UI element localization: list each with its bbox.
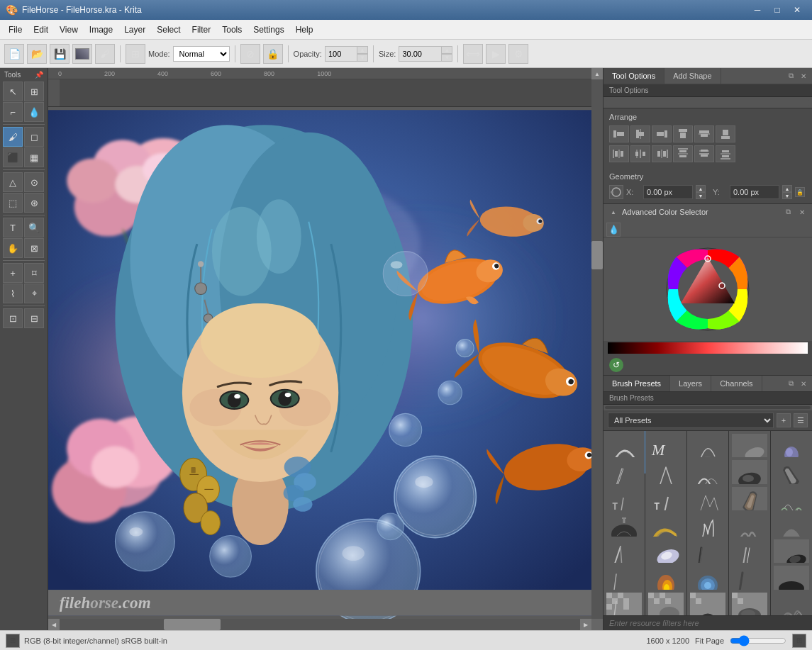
size-spinbox-buttons[interactable]: ▲ ▼ xyxy=(441,46,452,62)
opacity-up[interactable]: ▲ xyxy=(357,46,368,54)
eraser-tool[interactable]: ◻ xyxy=(24,127,44,147)
opacity-control[interactable]: ▲ ▼ xyxy=(325,46,368,62)
brush-scroll-indicator[interactable] xyxy=(604,405,812,410)
distribute-center-v-button[interactable] xyxy=(694,145,714,162)
play-button[interactable]: ▶ xyxy=(486,44,506,64)
canvas-vertical-scrollbar[interactable]: ▲ ▼ xyxy=(591,68,603,630)
lasso-tool[interactable]: ⊛ xyxy=(24,193,44,213)
brush-item-34[interactable] xyxy=(729,590,770,615)
thumbnail-button[interactable] xyxy=(72,44,92,64)
distribute-bottom-button[interactable] xyxy=(716,145,735,162)
pointer-tool[interactable]: ↖ xyxy=(3,82,23,101)
tab-add-shape[interactable]: Add Shape xyxy=(664,68,721,84)
align-center-h-button[interactable] xyxy=(630,125,650,142)
menu-select[interactable]: Select xyxy=(151,22,186,38)
painting-canvas[interactable]: filehorse.com xyxy=(48,107,591,619)
brush-panel-close[interactable]: ✕ xyxy=(798,378,809,389)
statusbar-icon[interactable]: ⊞ xyxy=(6,634,20,648)
eyedropper-tool[interactable]: 💧 xyxy=(24,102,44,122)
align-center-v-button[interactable] xyxy=(694,125,714,142)
brush-item-35[interactable] xyxy=(771,590,812,615)
color-wheel[interactable] xyxy=(662,243,754,335)
new-file-button[interactable]: 📄 xyxy=(4,44,24,64)
size-down[interactable]: ▼ xyxy=(441,54,452,62)
distribute-center-h-button[interactable] xyxy=(630,145,650,162)
menu-layer[interactable]: Layer xyxy=(118,22,151,38)
tab-brush-presets[interactable]: Brush Presets xyxy=(604,376,670,391)
close-button[interactable]: ✕ xyxy=(788,3,806,17)
menu-tools[interactable]: Tools xyxy=(216,22,248,38)
brush-add-button[interactable]: + xyxy=(777,413,791,427)
distribute-top-button[interactable] xyxy=(673,145,693,162)
options-button[interactable]: ⚙ xyxy=(508,44,528,64)
mirror-button[interactable]: ⟺ xyxy=(463,44,483,64)
panel-scroll-track[interactable] xyxy=(606,100,809,106)
statusbar-expand[interactable]: ⊞ xyxy=(792,634,806,648)
alpha-lock-button[interactable]: 🔒 xyxy=(263,44,283,64)
pan-tool[interactable]: ✋ xyxy=(3,238,23,258)
move-tool[interactable]: + xyxy=(3,263,23,283)
canvas-area[interactable]: 02004006008001000 xyxy=(48,68,603,630)
contiguous-tool[interactable]: ⊡ xyxy=(3,308,23,328)
hscroll-track[interactable] xyxy=(60,619,580,630)
panel-close-button[interactable]: ✕ xyxy=(798,70,809,82)
menu-file[interactable]: File xyxy=(3,22,28,38)
minimize-button[interactable]: ─ xyxy=(748,3,767,17)
selection-tool[interactable]: ⬚ xyxy=(3,193,23,213)
brush-panel-float[interactable]: ⧉ xyxy=(785,378,796,389)
tab-layers[interactable]: Layers xyxy=(670,376,711,391)
hscroll-right-button[interactable]: ▶ xyxy=(580,619,591,630)
assistant-tool[interactable]: ⌖ xyxy=(24,284,44,303)
lock-aspect-button[interactable]: 🔒 xyxy=(795,187,805,197)
canvas-horizontal-scrollbar[interactable]: ◀ ▶ xyxy=(48,619,591,630)
x-down[interactable]: ▼ xyxy=(696,192,706,199)
shape-tool[interactable]: △ xyxy=(3,172,23,192)
zoom-tool[interactable]: 🔍 xyxy=(24,218,44,237)
color-wheel-container[interactable] xyxy=(604,237,812,341)
hscroll-thumb[interactable] xyxy=(164,619,221,630)
mode-selector[interactable]: Normal Multiply Screen Overlay xyxy=(173,46,230,62)
gradient-tool[interactable]: ▦ xyxy=(24,147,44,167)
toolbox-pin[interactable]: 📌 xyxy=(35,71,43,79)
save-file-button[interactable]: 💾 xyxy=(50,44,69,64)
brush-item-33[interactable] xyxy=(687,590,728,615)
tab-channels[interactable]: Channels xyxy=(711,376,762,391)
brush-category-selector[interactable]: All Presets Basic Ink Watercolor xyxy=(608,413,774,428)
menu-view[interactable]: View xyxy=(54,22,84,38)
zoom-slider[interactable] xyxy=(730,635,786,646)
vscroll-track[interactable] xyxy=(591,79,603,619)
align-bottom-button[interactable] xyxy=(716,125,735,142)
brush-filter-input[interactable] xyxy=(604,615,812,630)
menu-edit[interactable]: Edit xyxy=(28,22,54,38)
distribute-left-button[interactable] xyxy=(609,145,629,162)
size-input[interactable] xyxy=(399,46,441,62)
eyedropper-color-btn[interactable]: 💧 xyxy=(606,223,621,237)
crop-tool[interactable]: ⌐ xyxy=(3,102,23,122)
y-input[interactable] xyxy=(730,185,779,199)
color-gradient-bar[interactable] xyxy=(608,342,808,354)
erase-button[interactable]: ⊘ xyxy=(240,44,260,64)
size-up[interactable]: ▲ xyxy=(441,46,452,54)
pen-tool[interactable]: ⌑ xyxy=(24,263,44,283)
transform-tool[interactable]: ⊞ xyxy=(24,82,44,101)
text-tool[interactable]: T xyxy=(3,218,23,237)
tab-tool-options[interactable]: Tool Options xyxy=(604,68,664,84)
x-up[interactable]: ▲ xyxy=(696,185,706,192)
maximize-button[interactable]: □ xyxy=(768,3,786,17)
color-panel-float[interactable]: ⧉ xyxy=(782,206,794,218)
distribute-right-button[interactable] xyxy=(652,145,672,162)
opacity-input[interactable] xyxy=(325,46,357,62)
vscroll-up-button[interactable]: ▲ xyxy=(591,68,603,79)
align-top-button[interactable] xyxy=(673,125,693,142)
menu-filter[interactable]: Filter xyxy=(187,22,217,38)
vscroll-thumb[interactable] xyxy=(591,241,603,269)
align-right-button[interactable] xyxy=(652,125,672,142)
clone-tool[interactable]: ⊠ xyxy=(24,238,44,258)
color-panel-close[interactable]: ✕ xyxy=(796,206,808,218)
brush-item-31[interactable] xyxy=(604,590,645,615)
oval-select-tool[interactable]: ⊙ xyxy=(24,172,44,192)
opacity-spinbox-buttons[interactable]: ▲ ▼ xyxy=(357,46,368,62)
brush-options-button[interactable]: ☰ xyxy=(794,413,808,427)
x-spinbox[interactable]: ▲ ▼ xyxy=(696,185,706,199)
panel-float-button[interactable]: ⧉ xyxy=(785,70,796,82)
